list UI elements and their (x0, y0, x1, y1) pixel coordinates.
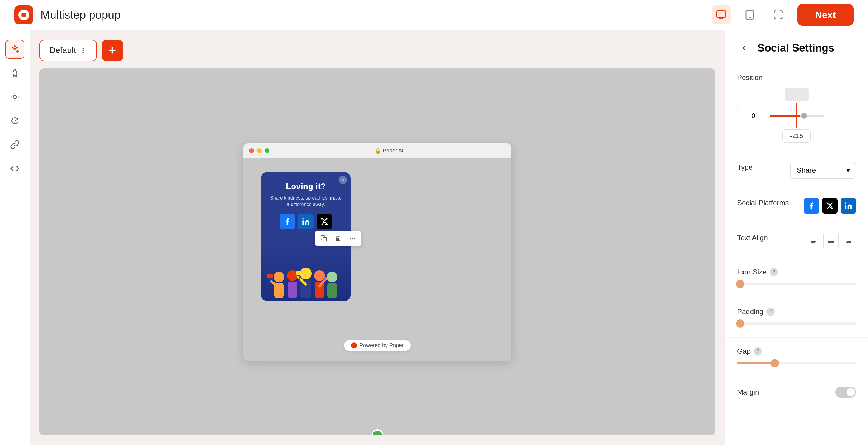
sidebar-item-design[interactable] (5, 111, 25, 130)
align-right-button[interactable] (841, 233, 856, 248)
back-button[interactable] (737, 41, 751, 55)
padding-label: Padding (737, 307, 764, 316)
position-label: Position (737, 73, 856, 82)
fullscreen-button[interactable] (769, 5, 788, 25)
sidebar-item-launch[interactable] (5, 63, 25, 83)
rocket-icon (10, 68, 20, 78)
element-toolbar (315, 231, 361, 246)
sidebar-item-magic[interactable] (5, 40, 25, 59)
social-platforms-section: Social Platforms (725, 188, 868, 224)
popup-close-button[interactable]: × (339, 176, 347, 184)
facebook-icon (283, 217, 291, 226)
right-panel: Social Settings Position 0 (725, 30, 868, 445)
design-icon (10, 116, 20, 125)
icon-size-slider[interactable] (737, 280, 856, 288)
default-dropdown-button[interactable]: Default (39, 40, 97, 61)
effects-icon (10, 92, 20, 102)
add-step-button[interactable] (102, 40, 123, 61)
chevron-down-icon: ▾ (846, 166, 850, 175)
align-left-button[interactable] (806, 233, 822, 248)
facebook-platform-icon (807, 202, 815, 210)
position-y-input[interactable] (824, 108, 857, 123)
icon-size-help: ? (770, 268, 778, 276)
sidebar-item-integrations[interactable] (5, 135, 25, 154)
svg-point-8 (302, 218, 304, 220)
more-icon (80, 47, 87, 54)
code-icon (10, 164, 20, 173)
svg-point-18 (327, 272, 337, 283)
svg-point-31 (845, 202, 846, 204)
facebook-platform-button[interactable] (804, 198, 819, 213)
expand-icon (773, 9, 784, 20)
browser-mockup: 🔒 Poper AI × Loving it? Share kindness, … (243, 144, 512, 361)
align-center-button[interactable] (823, 233, 839, 248)
icon-size-label: Icon Size (737, 268, 767, 276)
ellipsis-icon (349, 235, 355, 242)
desktop-view-button[interactable] (712, 5, 731, 25)
svg-rect-13 (288, 281, 297, 298)
poper-logo-small (351, 343, 357, 348)
popup-title: Loving it? (268, 182, 343, 191)
x-twitter-icon (320, 217, 329, 226)
more-options-button[interactable] (347, 233, 358, 244)
sidebar-item-code[interactable] (5, 159, 25, 178)
margin-section: Margin (725, 377, 868, 408)
monitor-icon (716, 9, 726, 20)
padding-slider[interactable] (737, 320, 856, 328)
main-area: Default (30, 30, 725, 445)
svg-point-9 (261, 298, 350, 301)
logo (14, 5, 33, 25)
x-platform-icon (826, 202, 834, 210)
gap-section: Gap ? (725, 338, 868, 377)
next-button[interactable]: Next (797, 4, 854, 26)
position-top-button[interactable] (785, 88, 809, 101)
social-platform-icons (804, 198, 856, 213)
people-illustration (261, 241, 350, 301)
type-label: Type (737, 163, 753, 172)
svg-point-3 (13, 95, 17, 99)
linkedin-share-button[interactable] (298, 214, 314, 229)
plus-icon (107, 45, 118, 56)
copy-icon (320, 235, 327, 242)
layout: Default (0, 30, 868, 445)
header: Multistep popup Next (0, 0, 868, 30)
type-value: Share (797, 166, 816, 175)
twitter-share-button[interactable] (316, 214, 332, 229)
margin-label: Margin (737, 388, 759, 396)
linkedin-platform-button[interactable] (841, 198, 856, 213)
panel-title: Social Settings (757, 42, 834, 54)
tablet-icon (744, 9, 755, 20)
browser-content: × Loving it? Share kindness, spread joy,… (243, 158, 512, 361)
align-center-icon (828, 237, 835, 244)
sidebar-item-effects[interactable] (5, 87, 25, 107)
link-icon (10, 140, 20, 149)
delete-button[interactable] (333, 233, 343, 244)
align-right-icon (845, 237, 852, 244)
social-buttons (268, 214, 343, 229)
gap-help: ? (753, 347, 762, 356)
page-title: Multistep popup (40, 9, 120, 22)
facebook-share-button[interactable] (280, 214, 295, 229)
svg-point-7 (83, 52, 84, 53)
svg-point-28 (350, 238, 351, 239)
text-align-section: Text Align (725, 224, 868, 258)
canvas-area: 🔒 Poper AI × Loving it? Share kindness, … (39, 68, 715, 436)
social-platforms-label: Social Platforms (737, 199, 789, 207)
svg-rect-25 (296, 271, 302, 275)
popup-illustration (261, 241, 350, 301)
linkedin-platform-icon (844, 202, 852, 210)
svg-point-10 (274, 272, 284, 283)
tablet-view-button[interactable] (740, 5, 759, 25)
panel-header: Social Settings (725, 30, 868, 64)
header-right: Next (712, 4, 854, 26)
type-dropdown[interactable]: Share ▾ (790, 162, 856, 179)
gap-slider[interactable] (737, 359, 856, 367)
margin-toggle[interactable] (835, 387, 856, 397)
copy-button[interactable] (318, 233, 329, 244)
svg-rect-23 (267, 274, 273, 278)
svg-rect-19 (327, 283, 337, 298)
svg-rect-0 (717, 11, 725, 17)
twitter-platform-button[interactable] (822, 198, 838, 213)
toolbar: Default (39, 40, 715, 61)
position-x-input[interactable]: 0 (737, 108, 770, 123)
